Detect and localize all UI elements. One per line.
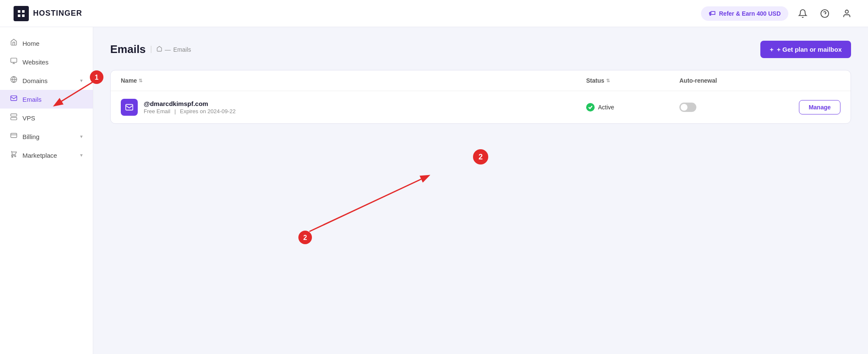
get-plan-plus-icon: +: [770, 46, 773, 53]
name-sort-icon[interactable]: ⇅: [139, 78, 142, 84]
auto-renewal-toggle[interactable]: [679, 103, 696, 112]
auto-renewal-cell: [679, 103, 773, 112]
annotation-circle-2: 2: [473, 149, 488, 164]
col-name: Name ⇅: [121, 77, 586, 84]
billing-chevron-icon: ▾: [80, 134, 83, 139]
email-name-cell: @dmarcdkimspf.com Free Email | Expires o…: [121, 99, 586, 116]
svg-point-2: [845, 10, 848, 13]
main-content: Emails — Emails + + Get plan or mailbox …: [93, 27, 868, 354]
action-cell: Manage: [773, 100, 840, 114]
logo-text: HOSTINGER: [33, 9, 82, 18]
sidebar-item-emails[interactable]: Emails: [0, 90, 93, 109]
email-icon: [121, 99, 138, 116]
svg-rect-15: [126, 104, 133, 110]
body-layout: Home Websites Domains ▾ Emails VPS: [0, 27, 868, 354]
svg-rect-10: [11, 117, 17, 120]
col-actions: [773, 77, 840, 84]
status-label: Active: [598, 104, 614, 111]
svg-rect-13: [11, 134, 17, 138]
refer-earn-button[interactable]: 🏷 Refer & Earn 400 USD: [701, 6, 788, 21]
sidebar-item-home-label: Home: [22, 40, 39, 47]
sidebar-item-vps[interactable]: VPS: [0, 109, 93, 127]
home-icon: [10, 39, 17, 48]
sidebar-item-billing-label: Billing: [22, 133, 39, 140]
sidebar-item-emails-label: Emails: [22, 96, 42, 103]
sidebar-item-domains-label: Domains: [22, 77, 47, 84]
breadcrumb-label: Emails: [173, 46, 191, 53]
sidebar-item-websites-label: Websites: [22, 59, 48, 66]
col-autorenewal: Auto-renewal: [679, 77, 773, 84]
page-header: Emails — Emails + + Get plan or mailbox: [110, 41, 851, 58]
user-profile-button[interactable]: [839, 6, 854, 21]
meta-separator: |: [174, 108, 175, 114]
sidebar-item-marketplace-label: Marketplace: [22, 152, 57, 159]
help-button[interactable]: [817, 6, 832, 21]
email-address: @dmarcdkimspf.com: [144, 100, 236, 107]
email-type: Free Email: [144, 108, 170, 114]
sidebar-item-billing[interactable]: Billing ▾: [0, 127, 93, 146]
sidebar-item-vps-label: VPS: [22, 114, 35, 122]
breadcrumb-home-icon: [156, 46, 162, 53]
top-navigation: HOSTINGER 🏷 Refer & Earn 400 USD: [0, 0, 868, 27]
table-header: Name ⇅ Status ⇅ Auto-renewal: [111, 70, 851, 91]
sidebar-item-marketplace[interactable]: Marketplace ▾: [0, 146, 93, 164]
email-info: @dmarcdkimspf.com Free Email | Expires o…: [144, 100, 236, 114]
table-row: @dmarcdkimspf.com Free Email | Expires o…: [111, 91, 851, 123]
svg-rect-8: [11, 96, 17, 100]
get-plan-button[interactable]: + + Get plan or mailbox: [760, 41, 851, 58]
col-status: Status ⇅: [586, 77, 679, 84]
emails-table-card: Name ⇅ Status ⇅ Auto-renewal: [110, 70, 851, 124]
logo-icon: [14, 6, 29, 21]
email-status-cell: Active: [586, 103, 679, 111]
breadcrumb-separator: —: [165, 46, 171, 53]
email-expiry: Expires on 2024-09-22: [180, 108, 236, 114]
websites-icon: [10, 57, 17, 67]
sidebar-item-home[interactable]: Home: [0, 34, 93, 53]
marketplace-icon: [10, 151, 17, 160]
status-active-icon: [586, 103, 595, 111]
notifications-button[interactable]: [795, 6, 810, 21]
domains-chevron-icon: ▾: [80, 78, 83, 84]
tag-icon: 🏷: [709, 10, 715, 17]
vps-icon: [10, 113, 17, 123]
manage-button[interactable]: Manage: [799, 100, 840, 114]
domains-icon: [10, 76, 17, 85]
get-plan-label: + Get plan or mailbox: [777, 46, 842, 53]
page-title: Emails: [110, 43, 146, 56]
emails-icon: [10, 95, 17, 104]
svg-rect-3: [11, 58, 17, 62]
topnav-actions: 🏷 Refer & Earn 400 USD: [701, 6, 854, 21]
billing-icon: [10, 132, 17, 141]
sidebar-item-domains[interactable]: Domains ▾: [0, 71, 93, 90]
svg-rect-9: [11, 114, 17, 116]
breadcrumb: — Emails: [151, 46, 191, 53]
logo-area: HOSTINGER: [14, 6, 82, 21]
status-sort-icon[interactable]: ⇅: [606, 78, 610, 84]
sidebar: Home Websites Domains ▾ Emails VPS: [0, 27, 93, 354]
email-meta: Free Email | Expires on 2024-09-22: [144, 108, 236, 114]
sidebar-item-websites[interactable]: Websites: [0, 53, 93, 71]
marketplace-chevron-icon: ▾: [80, 152, 83, 158]
page-header-left: Emails — Emails: [110, 43, 191, 56]
